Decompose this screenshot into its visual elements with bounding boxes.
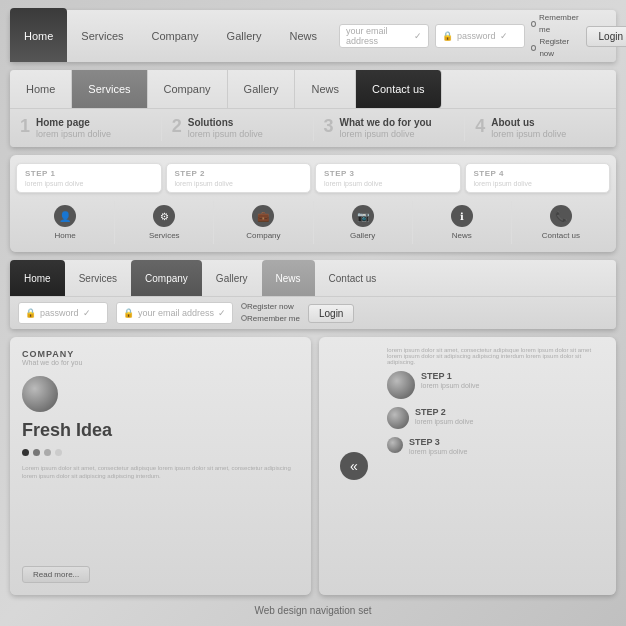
- info-icon: ℹ: [451, 205, 473, 227]
- nav4-tab-services[interactable]: Services: [65, 260, 131, 296]
- nav1-email-input[interactable]: your email address: [339, 24, 429, 48]
- nav2-tab-news[interactable]: News: [295, 70, 356, 108]
- nav1-tab-services-label: Services: [81, 30, 123, 42]
- page-caption: Web design navigation set: [254, 605, 371, 616]
- card-right-body: lorem ipsum dolor sit amet, consectetur …: [387, 347, 606, 365]
- nav4-tab-gallery[interactable]: Gallery: [202, 260, 262, 296]
- nav1-inputs: your email address password Remember me …: [331, 10, 626, 62]
- step-3-info: STEP 3 lorem ipsum dolive: [409, 437, 467, 456]
- nav2-tabs: Home Services Company Gallery News Conta…: [10, 70, 616, 108]
- nav4-password-placeholder: password: [40, 308, 79, 318]
- step-3-ball: [387, 437, 403, 453]
- nav3-icon-bar: 👤 Home ⚙ Services 💼 Company 📷 Gallery ℹ …: [16, 201, 610, 244]
- gear-icon: ⚙: [153, 205, 175, 227]
- nav4-password-input[interactable]: password: [18, 302, 108, 324]
- step-1-info: STEP 1 lorem ipsum dolive: [421, 371, 479, 390]
- nav3-icon-gallery[interactable]: 📷 Gallery: [314, 201, 413, 244]
- nav-bar-3: STEP 1 lorem ipsum dolive STEP 2 lorem i…: [10, 155, 616, 252]
- nav3-step-2[interactable]: STEP 2 lorem ipsum dolive: [166, 163, 312, 193]
- check-icon-nav4-pass: [83, 308, 91, 318]
- nav3-step-3[interactable]: STEP 3 lorem ipsum dolive: [315, 163, 461, 193]
- card-right: « lorem ipsum dolor sit amet, consectetu…: [319, 337, 616, 595]
- nav2-tab-home[interactable]: Home: [10, 70, 72, 108]
- company-label: COMPANY: [22, 349, 299, 359]
- phone-icon: 📞: [550, 205, 572, 227]
- nav3-steps: STEP 1 lorem ipsum dolive STEP 2 lorem i…: [16, 163, 610, 193]
- step-1-block: STEP 1 lorem ipsum dolive: [387, 371, 606, 399]
- nav1-tab-gallery[interactable]: Gallery: [213, 10, 276, 62]
- nav1-tab-home-label: Home: [24, 30, 53, 42]
- nav1-tabs: Home Services Company Gallery News: [10, 10, 331, 62]
- dot-1[interactable]: [22, 449, 29, 456]
- briefcase-icon: 💼: [252, 205, 274, 227]
- step-2-info: STEP 2 lorem ipsum dolive: [415, 407, 473, 426]
- chevron-left-icon[interactable]: «: [340, 452, 368, 480]
- nav1-email-placeholder: your email address: [346, 26, 410, 46]
- nav1-tab-company-label: Company: [152, 30, 199, 42]
- nav1-tab-news[interactable]: News: [275, 10, 331, 62]
- fresh-idea-title: Fresh Idea: [22, 420, 299, 441]
- card-left: COMPANY What we do for you Fresh Idea Lo…: [10, 337, 311, 595]
- nav-bar-1: Home Services Company Gallery News your …: [10, 10, 616, 62]
- nav2-sub-item-3[interactable]: 3 What we do for you lorem ipsum dolive: [314, 115, 466, 141]
- nav2-sub-item-4[interactable]: 4 About us lorem ipsum dolive: [465, 115, 616, 141]
- nav4-tab-home[interactable]: Home: [10, 260, 65, 296]
- dot-2[interactable]: [33, 449, 40, 456]
- lock-icon-nav4-email: [123, 308, 134, 318]
- nav1-tab-company[interactable]: Company: [138, 10, 213, 62]
- nav3-step-1[interactable]: STEP 1 lorem ipsum dolive: [16, 163, 162, 193]
- card-right-arrows: «: [329, 347, 379, 585]
- card-body-text: Lorem ipsum dolor sit amet, consectetur …: [22, 464, 299, 481]
- nav3-icon-news[interactable]: ℹ News: [413, 201, 512, 244]
- dot-4[interactable]: [55, 449, 62, 456]
- step-1-ball: [387, 371, 415, 399]
- nav2-tab-gallery[interactable]: Gallery: [228, 70, 296, 108]
- check-icon-nav4-email: [218, 308, 226, 318]
- dot-3[interactable]: [44, 449, 51, 456]
- radio-register[interactable]: [531, 45, 536, 51]
- nav1-password-input[interactable]: password: [435, 24, 525, 48]
- nav1-tab-news-label: News: [289, 30, 317, 42]
- nav4-tab-news[interactable]: News: [262, 260, 315, 296]
- nav1-remember: Remember me Register now: [531, 12, 580, 60]
- nav2-sub-item-2[interactable]: 2 Solutions lorem ipsum dolive: [162, 115, 314, 141]
- card-steps-content: lorem ipsum dolor sit amet, consectetur …: [387, 347, 606, 585]
- bottom-cards: COMPANY What we do for you Fresh Idea Lo…: [10, 337, 616, 595]
- step-3-block: STEP 3 lorem ipsum dolive: [387, 437, 606, 456]
- nav-bar-4: Home Services Company Gallery News Conta…: [10, 260, 616, 329]
- card-dots: [22, 449, 299, 456]
- nav-bar-2: Home Services Company Gallery News Conta…: [10, 70, 616, 147]
- nav3-icon-contact[interactable]: 📞 Contact us: [512, 201, 610, 244]
- nav3-icon-home[interactable]: 👤 Home: [16, 201, 115, 244]
- nav4-tabs: Home Services Company Gallery News Conta…: [10, 260, 616, 296]
- nav4-email-placeholder: your email address: [138, 308, 214, 318]
- nav2-submenu: 1 Home page lorem ipsum dolive 2 Solutio…: [10, 108, 616, 147]
- step-2-ball: [387, 407, 409, 429]
- nav2-sub-item-1[interactable]: 1 Home page lorem ipsum dolive: [10, 115, 162, 141]
- person-icon: 👤: [54, 205, 76, 227]
- nav4-login-button[interactable]: Login: [308, 304, 354, 323]
- nav2-tab-contact[interactable]: Contact us: [356, 70, 442, 108]
- nav4-tab-company[interactable]: Company: [131, 260, 202, 296]
- nav3-icon-company[interactable]: 💼 Company: [214, 201, 313, 244]
- nav3-icon-services[interactable]: ⚙ Services: [115, 201, 214, 244]
- nav1-tab-gallery-label: Gallery: [227, 30, 262, 42]
- check-icon: [414, 31, 422, 41]
- camera-icon: 📷: [352, 205, 374, 227]
- nav2-tab-services[interactable]: Services: [72, 70, 147, 108]
- nav1-login-button[interactable]: Login: [586, 26, 626, 47]
- radio-remember[interactable]: [531, 21, 536, 27]
- nav1-tab-home[interactable]: Home: [10, 8, 67, 62]
- check-icon-2: [500, 31, 508, 41]
- nav1-password-placeholder: password: [457, 31, 496, 41]
- lock-icon: [442, 31, 453, 41]
- nav1-tab-services[interactable]: Services: [67, 10, 137, 62]
- nav3-step-4[interactable]: STEP 4 lorem ipsum dolive: [465, 163, 611, 193]
- company-tagline: What we do for you: [22, 359, 299, 366]
- step-2-block: STEP 2 lorem ipsum dolive: [387, 407, 606, 429]
- read-more-button[interactable]: Read more...: [22, 566, 90, 583]
- nav4-tab-contact[interactable]: Contact us: [315, 260, 391, 296]
- nav4-email-input[interactable]: your email address: [116, 302, 233, 324]
- lock-icon-nav4: [25, 308, 36, 318]
- nav2-tab-company[interactable]: Company: [148, 70, 228, 108]
